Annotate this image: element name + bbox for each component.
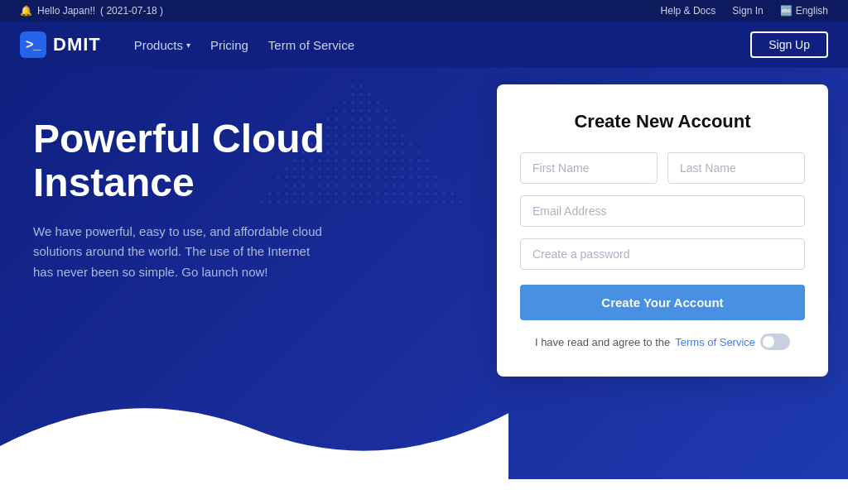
- terms-text: I have read and agree to the: [535, 336, 670, 348]
- announcement-message: Hello Japan!!: [37, 5, 95, 17]
- logo-text: DMIT: [53, 34, 101, 55]
- email-input[interactable]: [520, 195, 805, 227]
- email-group: [520, 195, 805, 227]
- last-name-input[interactable]: [667, 152, 805, 184]
- signup-card: Create New Account Create Your Account I…: [497, 84, 828, 377]
- chevron-down-icon: ▾: [186, 41, 190, 50]
- terms-agreement-row: I have read and agree to the Terms of Se…: [520, 334, 805, 350]
- announcement-date: ( 2021-07-18 ): [100, 5, 163, 17]
- logo-icon: >_: [20, 31, 46, 58]
- announcement-bar: 🔔 Hello Japan!! ( 2021-07-18 ) Help & Do…: [0, 0, 848, 22]
- signup-card-title: Create New Account: [520, 111, 805, 132]
- pricing-nav-link[interactable]: Pricing: [210, 38, 248, 52]
- first-name-input[interactable]: [520, 152, 658, 184]
- hero-content: Powerful Cloud Instance We have powerful…: [33, 118, 398, 283]
- bell-icon: 🔔: [20, 5, 32, 17]
- hero-title: Powerful Cloud Instance: [33, 118, 398, 205]
- hero-section: Powerful Cloud Instance We have powerful…: [0, 68, 848, 479]
- navbar: >_ DMIT Products ▾ Pricing Term of Servi…: [0, 22, 848, 68]
- terms-nav-link[interactable]: Term of Service: [268, 38, 354, 52]
- name-row: [520, 152, 805, 184]
- hero-subtitle: We have powerful, easy to use, and affor…: [33, 222, 331, 283]
- logo-area: >_ DMIT: [20, 31, 101, 58]
- nav-links: Products ▾ Pricing Term of Service: [134, 38, 354, 52]
- signup-button[interactable]: Sign Up: [750, 31, 828, 58]
- password-group: [520, 238, 805, 270]
- announcement-left: 🔔 Hello Japan!! ( 2021-07-18 ): [20, 5, 163, 17]
- password-input[interactable]: [520, 238, 805, 270]
- hero-wave: [0, 380, 508, 479]
- products-nav-link[interactable]: Products ▾: [134, 38, 190, 52]
- announcement-right: Help & Docs Sign In 🔤 English: [661, 5, 828, 17]
- create-account-button[interactable]: Create Your Account: [520, 285, 805, 320]
- lang-selector[interactable]: 🔤 English: [780, 5, 828, 17]
- sign-in-link[interactable]: Sign In: [732, 5, 763, 17]
- lang-icon: 🔤: [780, 5, 793, 17]
- terms-toggle[interactable]: [760, 334, 790, 350]
- lang-label: English: [796, 5, 828, 17]
- terms-of-service-link[interactable]: Terms of Service: [675, 336, 755, 348]
- help-docs-link[interactable]: Help & Docs: [661, 5, 716, 17]
